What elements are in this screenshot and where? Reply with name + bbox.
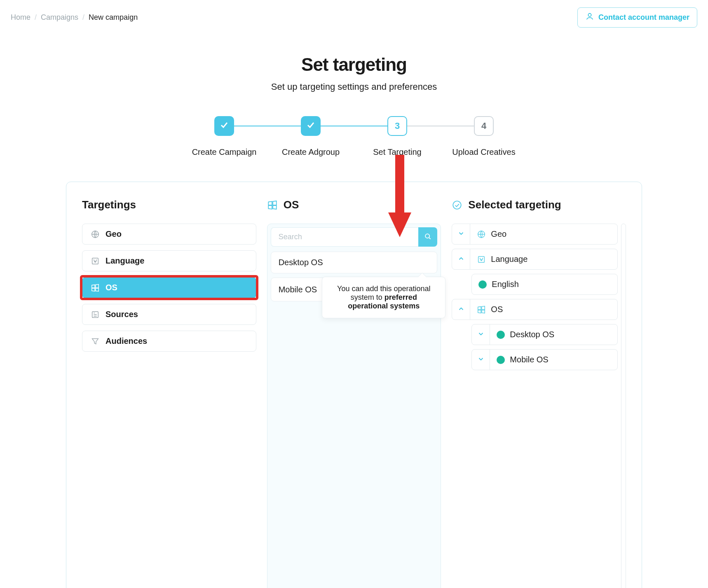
targeting-item-label: Geo <box>105 229 122 239</box>
targetings-column: Targetings Geo Language OS S <box>82 198 256 588</box>
step-label: Upload Creatives <box>452 147 515 157</box>
svg-point-5 <box>453 201 462 209</box>
step-create-campaign[interactable]: Create Campaign <box>181 116 267 157</box>
status-dot-icon <box>497 356 505 364</box>
selected-item-language[interactable]: Language <box>452 249 618 270</box>
contact-account-manager-button[interactable]: Contact account manager <box>577 7 697 28</box>
os-option-label: Desktop OS <box>279 258 323 267</box>
selected-child-desktop-os[interactable]: Desktop OS <box>471 324 618 345</box>
svg-rect-2 <box>92 258 98 264</box>
selected-item-label: OS <box>491 305 503 314</box>
os-column: OS Desktop OS Mobile OS + <box>267 198 441 588</box>
chevron-down-icon <box>457 230 465 238</box>
targeting-item-sources[interactable]: Sources <box>82 304 256 325</box>
svg-point-0 <box>588 14 591 16</box>
selected-item-label: Language <box>491 254 527 264</box>
language-icon <box>477 255 486 264</box>
step-label: Create Campaign <box>192 147 257 157</box>
os-search-input[interactable] <box>271 227 419 247</box>
targeting-item-audiences[interactable]: Audiences <box>82 331 256 352</box>
page-title: Set targeting <box>0 54 708 75</box>
add-os-tooltip: You can add this operational system to p… <box>322 277 445 318</box>
selected-item-label: Geo <box>491 229 506 239</box>
windows-icon <box>477 305 486 314</box>
page-subtitle: Set up targeting settings and preference… <box>0 82 708 92</box>
status-dot-icon <box>478 280 487 289</box>
collapse-toggle[interactable] <box>452 299 470 320</box>
step-upload-creatives[interactable]: 4 Upload Creatives <box>441 116 527 157</box>
status-dot-icon <box>497 331 505 339</box>
globe-icon <box>91 230 100 239</box>
targeting-item-label: Language <box>105 256 144 266</box>
targeting-item-geo[interactable]: Geo <box>82 224 256 245</box>
check-circle-icon <box>452 200 462 210</box>
user-headset-icon <box>585 12 594 23</box>
chevron-up-icon <box>457 305 465 314</box>
windows-icon <box>267 200 278 210</box>
selected-item-geo[interactable]: Geo <box>452 224 618 245</box>
selected-child-english[interactable]: English <box>471 274 618 295</box>
step-label: Create Adgroup <box>282 147 340 157</box>
chevron-up-icon <box>457 255 465 264</box>
selected-targeting-column: Selected targeting Geo <box>452 198 626 588</box>
check-icon <box>219 120 229 132</box>
filter-icon <box>91 337 100 346</box>
search-icon <box>424 232 432 242</box>
step-set-targeting[interactable]: 3 Set Targeting <box>354 116 441 157</box>
targeting-item-label: Sources <box>105 310 138 319</box>
breadcrumb-current: New campaign <box>89 13 138 22</box>
step-create-adgroup[interactable]: Create Adgroup <box>267 116 354 157</box>
breadcrumb: Home / Campaigns / New campaign <box>11 13 138 22</box>
selected-targeting-title: Selected targeting <box>468 198 561 211</box>
targeting-item-os[interactable]: OS <box>82 277 256 298</box>
selected-item-os[interactable]: OS <box>452 299 618 320</box>
breadcrumb-separator: / <box>82 13 84 22</box>
targeting-item-label: OS <box>105 283 117 292</box>
os-title: OS <box>284 198 299 211</box>
step-label: Set Targeting <box>373 147 422 157</box>
os-option-label: Mobile OS <box>279 285 317 294</box>
selected-child-label: English <box>492 280 519 289</box>
chevron-down-icon <box>477 355 485 364</box>
expand-toggle[interactable] <box>472 324 490 345</box>
selected-child-mobile-os[interactable]: Mobile OS <box>471 349 618 370</box>
sources-icon <box>91 310 100 319</box>
globe-icon <box>477 230 486 239</box>
os-option-desktop[interactable]: Desktop OS <box>271 252 438 273</box>
scrollbar[interactable] <box>621 224 626 588</box>
breadcrumb-home[interactable]: Home <box>11 13 30 22</box>
contact-account-manager-label: Contact account manager <box>598 13 689 22</box>
language-icon <box>91 257 100 266</box>
targeting-item-language[interactable]: Language <box>82 250 256 271</box>
step-number: 4 <box>474 116 494 136</box>
expand-toggle[interactable] <box>472 350 490 370</box>
targeting-item-label: Audiences <box>105 336 147 346</box>
check-icon <box>306 120 316 132</box>
windows-icon <box>91 283 100 292</box>
selected-child-label: Desktop OS <box>510 330 554 339</box>
svg-point-4 <box>426 234 430 238</box>
svg-rect-7 <box>478 256 485 262</box>
targetings-title: Targetings <box>82 198 136 211</box>
step-number: 3 <box>387 116 407 136</box>
os-search-button[interactable] <box>418 227 437 247</box>
chevron-down-icon <box>477 330 485 339</box>
breadcrumb-separator: / <box>35 13 37 22</box>
stepper: Create Campaign Create Adgroup 3 Set Tar… <box>0 116 708 157</box>
expand-toggle[interactable] <box>452 224 470 244</box>
selected-child-label: Mobile OS <box>510 355 548 364</box>
breadcrumb-campaigns[interactable]: Campaigns <box>41 13 78 22</box>
collapse-toggle[interactable] <box>452 249 470 269</box>
